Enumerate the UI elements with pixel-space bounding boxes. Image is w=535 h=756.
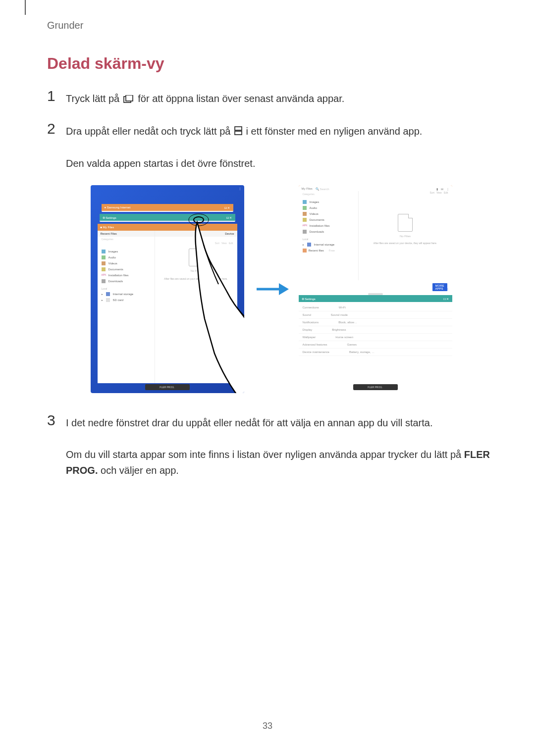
step-1-number: 1 (47, 89, 66, 103)
card-2-actions: ⊟ ✕ (226, 216, 232, 219)
right-bottom-pane: ⚙ Settings ⊡ ✕ ConnectionsWi-Fi SoundSou… (299, 295, 452, 393)
cat-downloads: Downloads (108, 280, 123, 283)
svg-rect-1 (126, 95, 133, 101)
svg-marker-7 (279, 283, 289, 295)
no-files-text: No Files (158, 269, 234, 272)
step-2-line1-post: i ett fönster med en nyligen använd app. (246, 126, 423, 137)
svg-rect-3 (235, 131, 242, 135)
more-apps-btn: MORE APPS (432, 283, 447, 291)
step-3-line2-post: och väljer en app. (101, 465, 179, 476)
card-3-title: My Files (103, 226, 114, 229)
figure: ⋮ ● Samsung Internet ⊟ ✕ ⚙ Settings ⊟ ✕ … (47, 185, 495, 393)
search-label: Search (320, 188, 329, 191)
rt-cat-images: Images (310, 201, 320, 203)
sd-card: SD card (113, 299, 124, 302)
rb-header: ⚙ Settings ⊡ ✕ (299, 295, 452, 302)
card-3: ■ My Files Recent Files Device Categorie… (98, 224, 237, 383)
page-number: 33 (263, 721, 272, 731)
step-2-number: 2 (47, 121, 66, 136)
cat-audio: Audio (108, 256, 116, 259)
page-edge-mark (25, 0, 26, 15)
rt-no-files-sub: After files are saved on your device, th… (362, 242, 449, 245)
step-3: 3 I det nedre fönstret drar du uppåt ell… (47, 413, 495, 478)
rb-bottom-bar: FLER PROG. (353, 384, 398, 390)
svg-rect-2 (235, 127, 242, 130)
card-1: ● Samsung Internet ⊟ ✕ (102, 204, 233, 212)
storage-icon: ▮ (436, 187, 438, 191)
rt-right-pane: No Files After files are saved on your d… (358, 191, 452, 280)
no-files-icon (189, 249, 204, 266)
step-3-line1: I det nedre fönstret drar du uppåt eller… (66, 417, 432, 428)
rt-recent-free: Recent files (309, 249, 324, 252)
step-1-text: Tryck lätt på för att öppna listan över … (66, 89, 344, 107)
card-1-actions: ⊟ ✕ (224, 206, 230, 209)
rt-cat-videos: Videos (310, 212, 319, 215)
cat-images: Images (108, 250, 118, 253)
arrow-icon (254, 279, 289, 299)
internal-storage: Internal storage (113, 293, 134, 296)
right-tablet: My Files 🔍 Search ▮ ⊞ ⋮ Recent Files Dev… (299, 185, 452, 393)
no-files-sub: After files are saved on your device, th… (158, 277, 234, 280)
recent-files-label: Recent Files (101, 232, 117, 235)
step-1-pre: Tryck lätt på (66, 93, 122, 104)
step-1-post: för att öppna listan över senast använda… (138, 93, 344, 104)
more-icon: ⋮ (446, 187, 449, 191)
left-bottom-label: FLER PROG. (160, 386, 174, 389)
status-indicators: ⋮ (239, 187, 241, 190)
step-2-line1-pre: Dra uppåt eller nedåt och tryck lätt på (66, 126, 233, 137)
app-name: My Files (302, 187, 313, 190)
card-2-title: Settings (106, 216, 116, 219)
card-2: ⚙ Settings ⊟ ✕ (100, 214, 235, 222)
card-3-header: ■ My Files (98, 224, 237, 231)
step-2-line2: Den valda appen startas i det övre fönst… (66, 158, 255, 169)
left-bottom-bar: FLER PROG. (145, 384, 190, 390)
step-3-text: I det nedre fönstret drar du uppåt eller… (66, 413, 495, 478)
step-2: 2 Dra uppåt eller nedåt och tryck lätt p… (47, 121, 495, 172)
cat-documents: Documents (108, 268, 123, 271)
step-2-text: Dra uppåt eller nedåt och tryck lätt på … (66, 121, 422, 172)
card-1-header: ● Samsung Internet ⊟ ✕ (102, 204, 233, 211)
section-title: Delad skärm-vy (47, 54, 495, 73)
rt-internal: Internal storage (314, 243, 335, 246)
rt-cat-audio: Audio (310, 206, 317, 209)
rb-bottom-label: FLER PROG. (368, 386, 382, 389)
header-section: Grunder (47, 20, 83, 31)
right-top-pane: My Files 🔍 Search ▮ ⊞ ⋮ Recent Files Dev… (299, 185, 452, 293)
settings-list: ConnectionsWi-Fi SoundSound mode Notific… (299, 302, 452, 358)
rb-title: Settings (305, 298, 316, 301)
rt-cat-documents: Documents (310, 218, 324, 221)
rb-actions: ⊡ ✕ (443, 297, 449, 301)
cat-videos: Videos (108, 262, 117, 265)
rt-no-files-icon (398, 214, 413, 232)
split-handle (368, 293, 383, 295)
step-1: 1 Tryck lätt på för att öppna listan öve… (47, 89, 495, 107)
recent-apps-icon (123, 92, 134, 107)
grid-icon: ⊞ (441, 187, 443, 191)
rt-cat-downloads: Downloads (310, 230, 324, 233)
card-2-header: ⚙ Settings ⊟ ✕ (100, 214, 235, 221)
right-pane: No Files After files are saved on your d… (155, 231, 237, 383)
cat-apk: Installation files (108, 274, 129, 277)
card-1-title: Samsung Internet (107, 206, 130, 209)
step-3-line2: Om du vill starta appar som inte finns i… (66, 449, 464, 460)
rt-cat-apk: Installation files (310, 224, 330, 227)
more-apps-row: MORE APPS ⋮ (444, 283, 449, 292)
rt-no-files-text: No Files (362, 235, 449, 238)
step-3-number: 3 (47, 413, 66, 428)
split-screen-icon (234, 124, 242, 140)
left-tablet: ⋮ ● Samsung Internet ⊟ ✕ ⚙ Settings ⊟ ✕ … (91, 185, 244, 393)
